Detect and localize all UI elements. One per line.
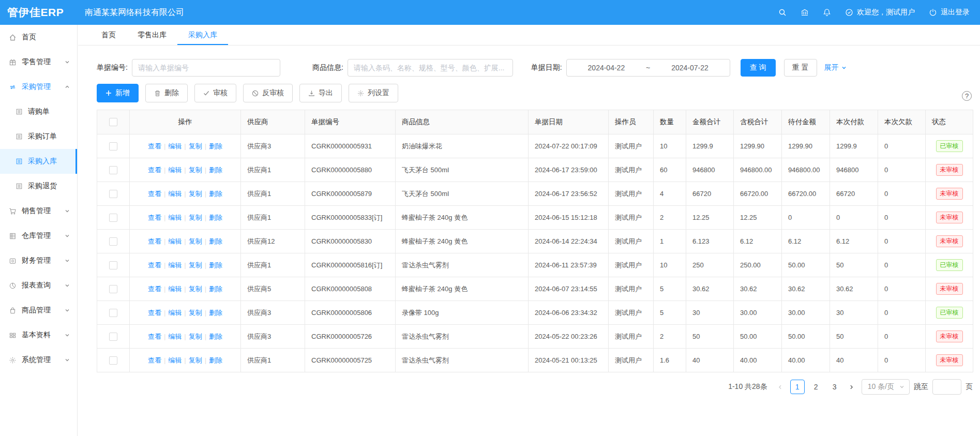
sidebar-item[interactable]: 首页 bbox=[0, 25, 77, 50]
row-checkbox[interactable] bbox=[109, 142, 117, 151]
copy-link[interactable]: 复制 bbox=[189, 142, 202, 150]
welcome-user[interactable]: 欢迎您，测试用户 bbox=[845, 8, 915, 17]
product-info-input[interactable] bbox=[348, 59, 513, 77]
edit-link[interactable]: 编辑 bbox=[168, 214, 182, 221]
row-checkbox[interactable] bbox=[109, 190, 117, 198]
tab[interactable]: 零售出库 bbox=[127, 25, 177, 45]
row-checkbox[interactable] bbox=[109, 333, 117, 341]
edit-link[interactable]: 编辑 bbox=[168, 333, 182, 340]
bank-icon[interactable] bbox=[801, 8, 809, 17]
edit-link[interactable]: 编辑 bbox=[168, 261, 182, 269]
row-checkbox[interactable] bbox=[109, 166, 117, 174]
copy-link[interactable]: 复制 bbox=[189, 214, 202, 221]
sidebar-item[interactable]: 系统管理 bbox=[0, 348, 77, 372]
toolbar-button[interactable]: 审核 bbox=[194, 84, 236, 102]
delete-link[interactable]: 删除 bbox=[209, 333, 222, 340]
sidebar-item[interactable]: 基本资料 bbox=[0, 323, 77, 348]
copy-link[interactable]: 复制 bbox=[189, 166, 202, 174]
jump-to-page-input[interactable] bbox=[932, 379, 961, 395]
sidebar-item[interactable]: 采购退货 bbox=[0, 174, 77, 199]
toolbar-button[interactable]: 反审核 bbox=[243, 84, 293, 102]
expand-toggle[interactable]: 展开 bbox=[824, 63, 847, 72]
view-link[interactable]: 查看 bbox=[148, 166, 161, 174]
sidebar-item[interactable]: 零售管理 bbox=[0, 50, 77, 74]
delete-link[interactable]: 删除 bbox=[209, 214, 222, 221]
edit-link[interactable]: 编辑 bbox=[168, 356, 182, 364]
edit-link[interactable]: 编辑 bbox=[168, 166, 182, 174]
page-size-select[interactable]: 10 条/页 bbox=[862, 379, 910, 395]
view-link[interactable]: 查看 bbox=[148, 333, 161, 340]
toolbar-button[interactable]: 列设置 bbox=[349, 84, 398, 102]
page-number-button[interactable]: 3 bbox=[827, 380, 842, 394]
toolbar-button[interactable]: 删除 bbox=[145, 84, 188, 102]
edit-link[interactable]: 编辑 bbox=[168, 190, 182, 198]
copy-link[interactable]: 复制 bbox=[189, 333, 202, 340]
next-page-button[interactable] bbox=[846, 380, 857, 394]
delete-link[interactable]: 删除 bbox=[209, 285, 222, 293]
view-link[interactable]: 查看 bbox=[148, 285, 161, 293]
reset-button[interactable]: 重 置 bbox=[784, 59, 817, 77]
tab[interactable]: 首页 bbox=[91, 25, 127, 45]
delete-link[interactable]: 删除 bbox=[209, 309, 222, 317]
row-checkbox[interactable] bbox=[109, 356, 117, 365]
sidebar-item[interactable]: 销售管理 bbox=[0, 199, 77, 223]
copy-link[interactable]: 复制 bbox=[189, 309, 202, 317]
bill-no-input[interactable] bbox=[132, 59, 280, 77]
copy-link[interactable]: 复制 bbox=[189, 356, 202, 364]
edit-link[interactable]: 编辑 bbox=[168, 285, 182, 293]
edit-link[interactable]: 编辑 bbox=[168, 142, 182, 150]
warehouse-icon bbox=[9, 232, 17, 240]
sidebar-item[interactable]: 仓库管理 bbox=[0, 223, 77, 248]
date-range-picker[interactable]: 2024-04-22 ~ 2024-07-22 bbox=[566, 59, 730, 77]
sidebar-item[interactable]: 采购管理 bbox=[0, 74, 77, 99]
sidebar-item[interactable]: 采购订单 bbox=[0, 124, 77, 149]
bell-icon[interactable] bbox=[823, 8, 831, 17]
goods-icon bbox=[9, 307, 17, 314]
bill-date-cell: 2024-06-17 23:59:00 bbox=[529, 158, 609, 182]
edit-link[interactable]: 编辑 bbox=[168, 309, 182, 317]
sidebar-item[interactable]: 采购入库 bbox=[0, 149, 77, 174]
view-link[interactable]: 查看 bbox=[148, 214, 161, 221]
edit-link[interactable]: 编辑 bbox=[168, 237, 182, 245]
row-checkbox[interactable] bbox=[109, 214, 117, 222]
select-all-checkbox[interactable] bbox=[109, 118, 117, 126]
copy-link[interactable]: 复制 bbox=[189, 190, 202, 198]
page-number-button[interactable]: 2 bbox=[809, 380, 823, 394]
delete-link[interactable]: 删除 bbox=[209, 190, 222, 198]
tab[interactable]: 采购入库 bbox=[177, 25, 228, 45]
sidebar-item[interactable]: 报表查询 bbox=[0, 273, 77, 298]
sidebar-item[interactable]: 财务管理 bbox=[0, 248, 77, 273]
view-link[interactable]: 查看 bbox=[148, 237, 161, 245]
prev-page-button[interactable] bbox=[775, 380, 786, 394]
date-start-value[interactable]: 2024-04-22 bbox=[588, 64, 625, 72]
search-icon[interactable] bbox=[778, 8, 787, 17]
page-number-button[interactable]: 1 bbox=[790, 380, 805, 394]
copy-link[interactable]: 复制 bbox=[189, 285, 202, 293]
view-link[interactable]: 查看 bbox=[148, 309, 161, 317]
copy-link[interactable]: 复制 bbox=[189, 237, 202, 245]
row-checkbox[interactable] bbox=[109, 309, 117, 317]
search-button[interactable]: 查 询 bbox=[741, 59, 776, 77]
delete-link[interactable]: 删除 bbox=[209, 237, 222, 245]
view-link[interactable]: 查看 bbox=[148, 356, 161, 364]
toolbar-button[interactable]: 导出 bbox=[299, 84, 342, 102]
view-link[interactable]: 查看 bbox=[148, 142, 161, 150]
logout-button[interactable]: 退出登录 bbox=[929, 8, 970, 17]
row-checkbox[interactable] bbox=[109, 285, 117, 293]
sidebar-item[interactable]: 请购单 bbox=[0, 99, 77, 124]
payable-cell: 66720.00 bbox=[782, 182, 830, 206]
payable-cell: 1299.90 bbox=[782, 134, 830, 158]
copy-link[interactable]: 复制 bbox=[189, 261, 202, 269]
delete-link[interactable]: 删除 bbox=[209, 142, 222, 150]
date-end-value[interactable]: 2024-07-22 bbox=[671, 64, 708, 72]
delete-link[interactable]: 删除 bbox=[209, 166, 222, 174]
toolbar-button[interactable]: 新增 bbox=[97, 84, 139, 102]
row-checkbox[interactable] bbox=[109, 261, 117, 269]
view-link[interactable]: 查看 bbox=[148, 261, 161, 269]
view-link[interactable]: 查看 bbox=[148, 190, 161, 198]
help-icon[interactable]: ? bbox=[962, 91, 972, 101]
sidebar-item[interactable]: 商品管理 bbox=[0, 298, 77, 323]
row-checkbox[interactable] bbox=[109, 237, 117, 246]
delete-link[interactable]: 删除 bbox=[209, 261, 222, 269]
delete-link[interactable]: 删除 bbox=[209, 356, 222, 364]
